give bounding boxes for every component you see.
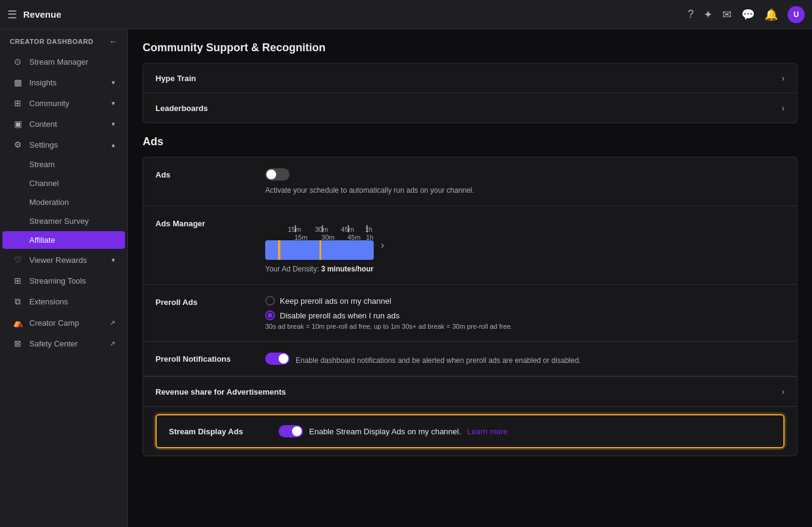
- learn-more-link[interactable]: Learn more: [467, 427, 507, 436]
- sidebar-item-settings[interactable]: ⚙ Settings ▴: [2, 135, 125, 154]
- mail-icon[interactable]: ✉: [722, 8, 732, 21]
- top-bar: ☰ Revenue ? ✦ ✉ 💬 🔔 U: [0, 0, 812, 29]
- sidebar-item-streamer-survey[interactable]: Streamer Survey: [2, 212, 125, 230]
- leaderboards-row[interactable]: Leaderboards ›: [143, 93, 797, 123]
- preroll-notifications-header: Preroll Notifications Enable dashboard n…: [155, 353, 785, 365]
- leaderboards-label: Leaderboards: [155, 104, 208, 113]
- community-support-title: Community Support & Recognition: [143, 41, 797, 54]
- ads-card: Ads Activate your schedule to automatica…: [143, 157, 797, 456]
- community-icon: ⊞: [12, 98, 23, 108]
- stream-display-desc: Enable Stream Display Ads on my channel.: [309, 427, 461, 436]
- preroll-notifications-toggle[interactable]: [265, 353, 290, 365]
- sidebar-item-viewer-rewards[interactable]: ♡ Viewer Rewards ▾: [2, 250, 125, 270]
- radio-keep-label: Keep preroll ads on my channel: [280, 296, 391, 306]
- sidebar-item-label: Insights: [29, 78, 105, 87]
- sidebar-item-label: Settings: [29, 140, 105, 149]
- ads-title: Ads: [143, 135, 797, 148]
- sidebar-item-extensions[interactable]: ⧉ Extensions: [2, 292, 125, 312]
- sidebar-header-title: Creator Dashboard: [10, 38, 93, 45]
- timeline-seg-1: [265, 240, 278, 260]
- chevron-right-icon: ›: [782, 103, 785, 113]
- notifications-icon[interactable]: 🔔: [764, 8, 778, 21]
- ads-manager-label: Ads Manager: [155, 217, 253, 228]
- sidebar-item-creator-camp[interactable]: ⛺ Creator Camp ↗: [2, 313, 125, 332]
- community-support-card: Hype Train › Leaderboards ›: [143, 63, 797, 123]
- top-bar-right: ? ✦ ✉ 💬 🔔 U: [688, 6, 805, 23]
- preroll-header: Preroll Ads Keep preroll ads on my chann…: [155, 296, 785, 330]
- preroll-content: Keep preroll ads on my channel Disable p…: [265, 296, 785, 330]
- sidebar-item-affiliate[interactable]: Affiliate: [2, 231, 125, 249]
- top-bar-title: Revenue: [23, 9, 62, 20]
- sidebar-item-label: Community: [29, 99, 105, 108]
- sidebar-item-stream[interactable]: Stream: [2, 156, 125, 173]
- ads-toggle[interactable]: [265, 168, 290, 181]
- preroll-option-keep[interactable]: Keep preroll ads on my channel: [265, 296, 785, 306]
- sidebar-collapse-icon[interactable]: ←: [109, 37, 118, 46]
- menu-icon[interactable]: ☰: [7, 8, 17, 21]
- external-link-icon: ↗: [110, 319, 115, 327]
- sidebar-item-label: Moderation: [29, 198, 69, 207]
- help-icon[interactable]: ?: [688, 8, 694, 21]
- preroll-note: 30s ad break = 10m pre-roll ad free, up …: [265, 323, 785, 330]
- sidebar-header: Creator Dashboard ←: [0, 29, 127, 51]
- timeline-container: | 15m | 30m |: [265, 223, 374, 260]
- timeline-bar[interactable]: [265, 240, 374, 260]
- sidebar-item-label: Viewer Rewards: [29, 256, 105, 265]
- sidebar-item-community[interactable]: ⊞ Community ▾: [2, 93, 125, 113]
- revenue-share-row[interactable]: Revenue share for Advertisements ›: [143, 376, 797, 406]
- preroll-label: Preroll Ads: [155, 296, 253, 307]
- preroll-notifications-label: Preroll Notifications: [155, 353, 253, 364]
- ads-manager-row: Ads Manager | 15m: [143, 206, 797, 285]
- ads-manager-header: Ads Manager | 15m: [155, 217, 785, 273]
- main-content: Community Support & Recognition Hype Tra…: [128, 29, 812, 527]
- sidebar-item-label: Extensions: [29, 297, 115, 306]
- preroll-notifications-row: Preroll Notifications Enable dashboard n…: [143, 342, 797, 376]
- chevron-right-icon: ›: [782, 73, 785, 83]
- insights-icon: ▦: [12, 77, 23, 87]
- stream-display-ads-label: Stream Display Ads: [169, 427, 266, 436]
- sidebar-item-label: Affiliate: [29, 235, 55, 245]
- settings-icon: ⚙: [12, 140, 23, 149]
- sidebar-item-label: Content: [29, 120, 105, 129]
- avatar[interactable]: U: [788, 6, 805, 23]
- revenue-chevron-icon: ›: [782, 387, 785, 396]
- sidebar-item-safety-center[interactable]: ⊠ Safety Center ↗: [2, 334, 125, 353]
- ads-toggle-desc: Activate your schedule to automatically …: [265, 186, 785, 195]
- extensions-icon: ⧉: [12, 296, 23, 307]
- sidebar-item-label: Channel: [29, 179, 59, 188]
- sidebar-item-label: Stream: [29, 160, 55, 169]
- sidebar-item-streaming-tools[interactable]: ⊞ Streaming Tools: [2, 271, 125, 290]
- sidebar-item-channel[interactable]: Channel: [2, 174, 125, 192]
- radio-disable-label: Disable preroll ads when I run ads: [280, 311, 400, 320]
- safety-center-icon: ⊠: [12, 339, 23, 348]
- content-icon: ▣: [12, 119, 23, 129]
- ads-row-header: Ads Activate your schedule to automatica…: [155, 168, 785, 195]
- chat-icon[interactable]: 💬: [741, 8, 755, 21]
- creator-camp-icon: ⛺: [12, 318, 23, 328]
- preroll-option-disable[interactable]: Disable preroll ads when I run ads: [265, 310, 785, 320]
- stream-display-content: Enable Stream Display Ads on my channel.…: [279, 425, 508, 437]
- preroll-radio-group: Keep preroll ads on my channel Disable p…: [265, 296, 785, 320]
- chevron-down-icon: ▾: [112, 79, 115, 87]
- sidebar-item-label: Safety Center: [29, 339, 104, 348]
- viewer-rewards-icon: ♡: [12, 255, 23, 265]
- ads-label: Ads: [155, 168, 253, 179]
- preroll-notifications-desc: Enable dashboard notifications and be al…: [296, 356, 581, 365]
- sidebar-item-moderation[interactable]: Moderation: [2, 193, 125, 211]
- sidebar-item-label: Stream Manager: [29, 57, 115, 66]
- sidebar-item-label: Streamer Survey: [29, 217, 89, 226]
- ads-section: Ads Ads Activate your schedule to automa…: [143, 135, 797, 456]
- sidebar-item-insights[interactable]: ▦ Insights ▾: [2, 73, 125, 92]
- ads-manager-chevron-icon[interactable]: ›: [381, 240, 384, 251]
- ads-timeline: | 15m | 30m |: [265, 217, 374, 273]
- crown-icon[interactable]: ✦: [703, 8, 713, 21]
- sidebar-item-content[interactable]: ▣ Content ▾: [2, 114, 125, 134]
- streaming-tools-icon: ⊞: [12, 276, 23, 285]
- sidebar-item-stream-manager[interactable]: ⊙ Stream Manager: [2, 52, 125, 71]
- sidebar: Creator Dashboard ← ⊙ Stream Manager ▦ I…: [0, 29, 128, 527]
- chevron-down-icon: ▾: [112, 120, 115, 128]
- hype-train-row[interactable]: Hype Train ›: [143, 63, 797, 93]
- hype-train-label: Hype Train: [155, 74, 196, 83]
- stream-display-toggle[interactable]: [279, 425, 303, 437]
- ad-density: Your Ad Density: 3 minutes/hour: [265, 265, 374, 273]
